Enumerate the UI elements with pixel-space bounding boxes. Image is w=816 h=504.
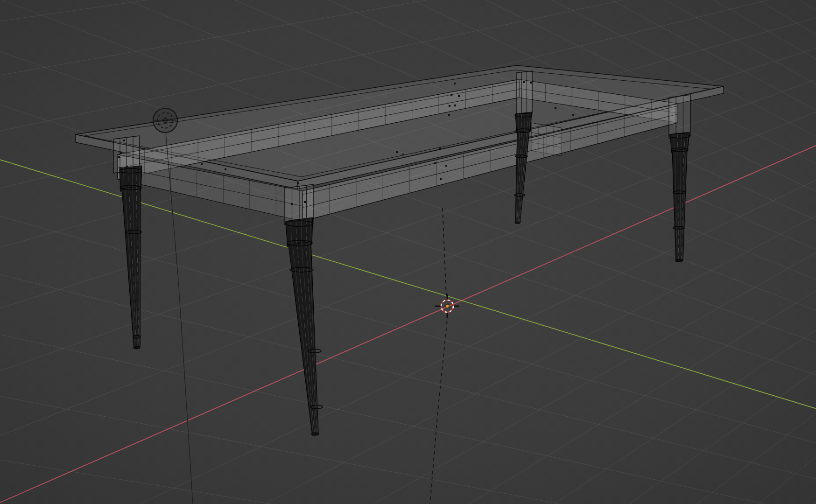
viewport-3d[interactable] [0,0,816,504]
viewport-canvas[interactable] [0,0,816,504]
leg-block-back-right[interactable] [516,71,532,115]
leg-block-right[interactable] [669,95,690,139]
cursor-origin-dot [445,304,449,308]
viewport-background [0,0,816,504]
